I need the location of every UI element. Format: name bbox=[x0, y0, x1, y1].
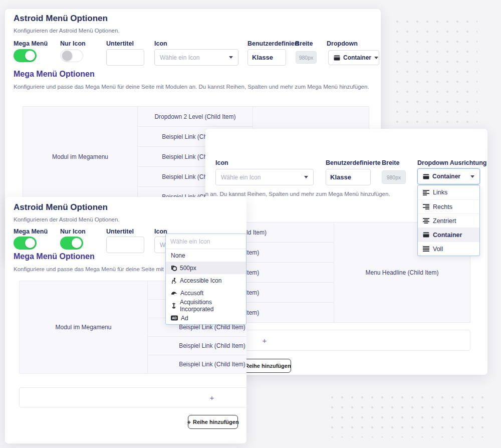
untertitel-input[interactable] bbox=[106, 49, 144, 66]
custom-class-input[interactable]: Klasse bbox=[247, 49, 286, 66]
add-row-button[interactable]: + Reihe hinzufügen bbox=[239, 359, 291, 373]
chevron-down-icon bbox=[374, 57, 378, 59]
page-subtitle: Konfigurieren der Astroid Menü Optionen. bbox=[14, 28, 120, 34]
page-subtitle: Konfigurieren der Astroid Menü Optionen. bbox=[14, 216, 120, 222]
icon-search-input[interactable] bbox=[166, 238, 246, 245]
container-icon bbox=[334, 55, 340, 61]
breite-label: Breite bbox=[295, 40, 313, 47]
menu-item-row[interactable]: Beispiel Link (Child Item) bbox=[147, 355, 246, 374]
nur-icon-toggle[interactable] bbox=[60, 237, 83, 250]
dropdown-ausrichtung-value: Container bbox=[432, 173, 460, 180]
dropdown-label: Dropdown bbox=[327, 40, 358, 47]
mega-menu-label: Mega Menü bbox=[14, 228, 48, 235]
mega-menu-label: Mega Menü bbox=[14, 40, 48, 47]
page-title: Astroid Menü Optionen bbox=[14, 14, 108, 24]
container-icon bbox=[423, 174, 429, 179]
icon-select-placeholder: Wähle ein Icon bbox=[221, 174, 261, 181]
section-description: Konfiguriere und passe das Mega Menü für… bbox=[14, 84, 369, 90]
icon-search-row bbox=[166, 234, 246, 249]
panel-astroid-options-bottom: Astroid Menü Optionen Konfigurieren der … bbox=[5, 197, 246, 443]
custom-class-value: Klasse bbox=[330, 173, 351, 181]
option-links[interactable]: Links bbox=[418, 185, 479, 199]
megamenu-module-cell[interactable]: Modul im Megamenu bbox=[23, 106, 138, 207]
menu-item-row[interactable]: Dropdown 2 Level (Child Item) bbox=[137, 106, 253, 127]
accessible-icon bbox=[171, 278, 177, 284]
align-left-icon bbox=[423, 190, 429, 195]
align-center-icon bbox=[423, 218, 429, 223]
icon-option-none[interactable]: None bbox=[166, 249, 246, 262]
dropdown-ausrichtung-list: Links Rechts Zentriert Container Voll bbox=[417, 185, 480, 256]
icon-select[interactable]: Wähle ein Icon bbox=[154, 49, 238, 66]
plus-icon: + bbox=[187, 418, 191, 426]
nur-icon-toggle[interactable] bbox=[60, 49, 83, 62]
500px-icon bbox=[171, 265, 177, 271]
align-justify-icon bbox=[423, 246, 429, 252]
option-zentriert[interactable]: Zentriert bbox=[418, 213, 479, 228]
breite-input-disabled: 980px bbox=[296, 51, 317, 64]
untertitel-label: Untertitel bbox=[106, 40, 134, 47]
megamenu-module-cell[interactable]: Modul im Megamenu bbox=[19, 281, 148, 374]
icon-select-placeholder: Wähle ein Icon bbox=[160, 54, 199, 61]
dropdown-select-value: Container bbox=[343, 54, 371, 61]
chevron-down-icon bbox=[229, 56, 233, 59]
add-column-box[interactable]: + bbox=[19, 387, 246, 407]
add-row-button[interactable]: + Reihe hinzufügen bbox=[188, 415, 238, 429]
accusoft-icon bbox=[171, 290, 177, 296]
icon-select[interactable]: Wähle ein Icon bbox=[215, 169, 314, 185]
plus-icon: + bbox=[263, 336, 267, 345]
icon-picker-dropdown: None 500px Accessible Icon Accusoft Acqu… bbox=[165, 234, 246, 325]
mega-menu-toggle[interactable] bbox=[14, 237, 37, 250]
option-voll[interactable]: Voll bbox=[418, 242, 479, 256]
icon-option-acquisitions-incorporated[interactable]: Acquisitions Incorporated bbox=[166, 299, 246, 312]
plus-icon: + bbox=[210, 393, 214, 402]
section-description: Konfiguriere und passe das Mega Menü für… bbox=[205, 191, 390, 197]
nur-icon-label: Nur Icon bbox=[60, 228, 86, 235]
dropdown-ausrichtung-label: Dropdown Ausrichtung bbox=[417, 159, 486, 166]
menu-item-row[interactable]: Beispiel Link (Child Item) bbox=[147, 336, 246, 355]
custom-class-input[interactable]: Klasse bbox=[326, 169, 371, 185]
icon-label: Icon bbox=[215, 159, 228, 166]
custom-class-label: Benutzerdefiniert bbox=[247, 40, 299, 47]
option-rechts[interactable]: Rechts bbox=[418, 199, 479, 213]
mega-menu-toggle[interactable] bbox=[14, 49, 37, 62]
option-container[interactable]: Container bbox=[418, 228, 479, 242]
icon-option-ad[interactable]: AD Ad bbox=[166, 312, 246, 324]
icon-label: Icon bbox=[154, 40, 167, 47]
page-title: Astroid Menü Optionen bbox=[14, 202, 108, 212]
dot-pattern-bottom-right bbox=[327, 392, 485, 437]
breite-label: Breite bbox=[382, 159, 399, 166]
custom-class-label: Benutzerdefinierte bbox=[326, 159, 381, 166]
acquisitions-incorporated-icon bbox=[171, 303, 177, 309]
nur-icon-label: Nur Icon bbox=[60, 40, 86, 47]
section-title: Mega Menü Optionen bbox=[14, 70, 95, 79]
untertitel-input[interactable] bbox=[106, 237, 144, 253]
custom-class-value: Klasse bbox=[252, 54, 273, 61]
breite-input-disabled: 980px bbox=[382, 170, 406, 184]
icon-option-500px[interactable]: 500px bbox=[166, 262, 246, 274]
icon-option-accessible-icon[interactable]: Accessible Icon bbox=[166, 274, 246, 287]
chevron-down-icon bbox=[304, 176, 308, 178]
align-right-icon bbox=[423, 204, 429, 209]
panel-astroid-options-middle: Icon Benutzerdefinierte Breite Dropdown … bbox=[205, 129, 487, 375]
dropdown-select[interactable]: Container bbox=[328, 50, 379, 65]
svg-text:AD: AD bbox=[172, 316, 177, 320]
chevron-down-icon bbox=[470, 175, 474, 178]
untertitel-label: Untertitel bbox=[106, 228, 134, 235]
icon-option-accusoft[interactable]: Accusoft bbox=[166, 287, 246, 299]
dot-pattern-top-right bbox=[392, 17, 477, 123]
ad-icon: AD bbox=[171, 315, 178, 321]
container-icon bbox=[423, 232, 429, 238]
dropdown-ausrichtung-select[interactable]: Container bbox=[417, 168, 480, 184]
section-title: Mega Menü Optionen bbox=[14, 252, 95, 261]
